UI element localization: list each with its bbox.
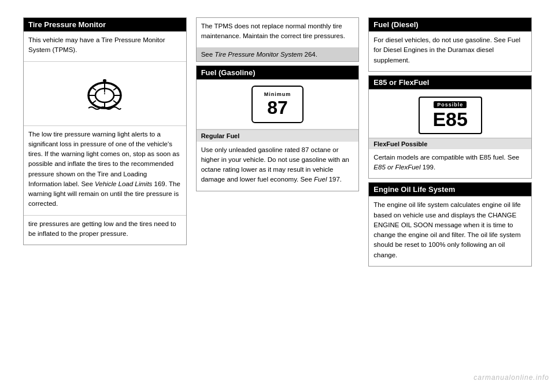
watermark: carmanualonline.info <box>473 373 549 382</box>
regular-fuel-label: Regular Fuel <box>197 130 359 142</box>
column-1: Tire Pressure Monitor This vehicle may h… <box>23 17 191 270</box>
e85-header: E85 or FlexFuel <box>369 76 531 90</box>
engine-oil-section: Engine Oil Life System The engine oil li… <box>368 182 532 267</box>
e85-image-area: Possible E85 <box>369 90 531 138</box>
tire-pressure-section: Tire Pressure Monitor This vehicle may h… <box>23 17 187 245</box>
svg-line-8 <box>113 87 117 90</box>
tire-pressure-header: Tire Pressure Monitor <box>24 18 186 32</box>
svg-line-6 <box>92 87 96 90</box>
svg-line-9 <box>92 101 96 103</box>
octane-number: 87 <box>267 98 288 117</box>
e85-box: Possible E85 <box>419 97 482 134</box>
fuel-gasoline-section: Fuel (Gasoline) Minimum 87 Regular Fuel … <box>196 65 360 191</box>
column-2: The TPMS does not replace normal monthly… <box>191 17 364 270</box>
svg-text:!: ! <box>103 87 106 96</box>
page-content: Tire Pressure Monitor This vehicle may h… <box>23 17 532 270</box>
e85-flexfuel-section: E85 or FlexFuel Possible E85 FlexFuel Po… <box>368 75 532 179</box>
tpms-icon: ! <box>82 73 128 114</box>
fuel-gasoline-image-area: Minimum 87 <box>197 80 359 130</box>
tpms-see-ref: See Tire Pressure Monitor System 264. <box>197 47 359 61</box>
engine-oil-header: Engine Oil Life System <box>369 183 531 197</box>
e85-possible-label: Possible <box>434 101 467 108</box>
tpms-continuation-body1: The TPMS does not replace normal monthly… <box>197 18 359 47</box>
tire-pressure-body2: tire pressures are getting low and the t… <box>24 215 186 245</box>
e85-body: Certain models are compatible with E85 f… <box>369 149 531 179</box>
svg-rect-11 <box>103 79 106 82</box>
fuel-gasoline-header: Fuel (Gasoline) <box>197 66 359 80</box>
svg-line-7 <box>113 101 117 103</box>
tire-pressure-intro: This vehicle may have a Tire Pressure Mo… <box>24 32 186 61</box>
tpms-continuation-section: The TPMS does not replace normal monthly… <box>196 17 360 62</box>
fuel-diesel-header: Fuel (Diesel) <box>369 18 531 32</box>
column-3: Fuel (Diesel) For diesel vehicles, do no… <box>364 17 532 270</box>
fuel-gasoline-body: Use only unleaded gasoline rated 87 octa… <box>197 142 359 191</box>
tire-pressure-body1: The low tire pressure warning light aler… <box>24 126 186 215</box>
e85-number: E85 <box>432 109 468 129</box>
fuel-diesel-body: For diesel vehicles, do not use gasoline… <box>369 32 531 71</box>
fuel-diesel-section: Fuel (Diesel) For diesel vehicles, do no… <box>368 17 532 72</box>
flexfuel-possible-label: FlexFuel Possible <box>369 138 531 149</box>
tpms-icon-area: ! <box>24 61 186 126</box>
engine-oil-body: The engine oil life system calculates en… <box>369 197 531 266</box>
minimum-label: Minimum <box>264 91 291 97</box>
fuel-octane-box: Minimum 87 <box>251 86 304 123</box>
